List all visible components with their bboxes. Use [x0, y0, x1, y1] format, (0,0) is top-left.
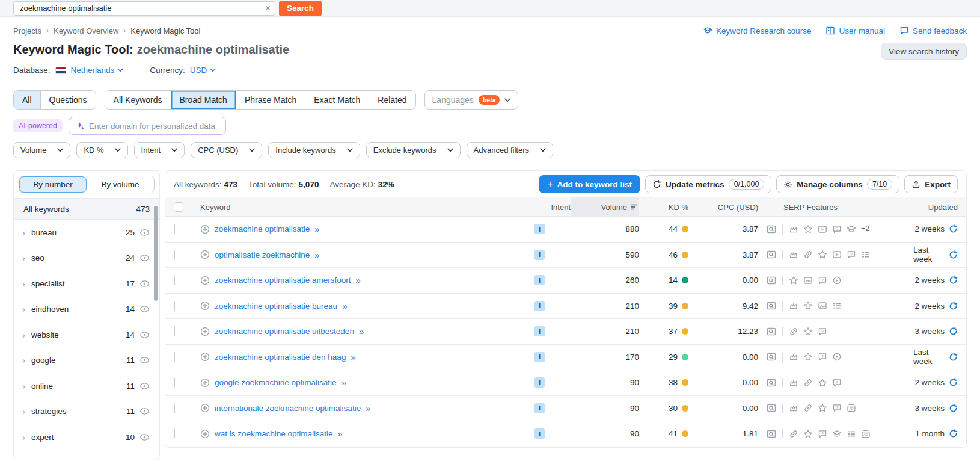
serp-preview-icon[interactable] — [767, 403, 776, 413]
col-header-serp[interactable]: SERP Features — [758, 203, 913, 212]
refresh-metrics-icon[interactable] — [949, 224, 958, 234]
row-checkbox[interactable] — [174, 403, 175, 413]
eye-icon[interactable] — [139, 432, 150, 442]
breadcrumb-item[interactable]: Keyword Overview — [54, 26, 118, 36]
col-header-volume[interactable]: Volume — [571, 197, 639, 217]
breadcrumb-item[interactable]: Projects — [13, 26, 41, 36]
eye-icon[interactable] — [139, 406, 150, 416]
add-to-keyword-list-button[interactable]: + Add to keyword list — [539, 175, 640, 193]
sidebar-group-online[interactable]: ›online11 — [14, 373, 159, 399]
intent-badge[interactable]: I — [534, 301, 545, 311]
add-keyword-icon[interactable] — [200, 224, 210, 234]
keyword-link[interactable]: zoekmachine optimalisatie amersfoort — [215, 276, 351, 285]
row-checkbox[interactable] — [174, 301, 175, 311]
add-keyword-icon[interactable] — [200, 403, 210, 413]
sidebar-scrollbar[interactable] — [154, 206, 158, 301]
col-header-keyword[interactable]: Keyword — [200, 203, 534, 212]
search-button[interactable]: Search — [279, 1, 322, 16]
intent-badge[interactable]: I — [534, 428, 545, 439]
row-checkbox[interactable] — [174, 250, 175, 260]
tab-related[interactable]: Related — [369, 91, 415, 109]
expand-keyword-icon[interactable]: » — [342, 301, 346, 311]
keyword-link[interactable]: zoekmachine optimalisatie — [215, 224, 310, 234]
intent-badge[interactable]: I — [534, 352, 545, 362]
eye-icon[interactable] — [139, 304, 150, 314]
refresh-metrics-icon[interactable] — [949, 276, 958, 285]
refresh-metrics-icon[interactable] — [949, 378, 958, 387]
header-link[interactable]: Keyword Research course — [703, 26, 811, 36]
close-icon[interactable]: × — [265, 2, 271, 15]
filter-volume[interactable]: Volume — [13, 142, 70, 158]
domain-input[interactable] — [89, 122, 218, 131]
keyword-link[interactable]: google zoekmachine optimalisatie — [215, 378, 337, 387]
toggle-by-volume[interactable]: By volume — [87, 176, 154, 193]
add-keyword-icon[interactable] — [200, 352, 210, 362]
eye-icon[interactable] — [139, 355, 150, 365]
breadcrumb-item[interactable]: Keyword Magic Tool — [130, 26, 200, 36]
add-keyword-icon[interactable] — [200, 301, 210, 311]
sidebar-group-bureau[interactable]: ›bureau25 — [14, 220, 159, 246]
add-keyword-icon[interactable] — [200, 276, 210, 285]
toggle-by-number[interactable]: By number — [19, 176, 87, 193]
row-checkbox[interactable] — [174, 377, 175, 388]
filter-exclude-keywords[interactable]: Exclude keywords — [366, 142, 461, 158]
intent-badge[interactable]: I — [534, 250, 545, 260]
tab-broad-match[interactable]: Broad Match — [171, 91, 236, 109]
sidebar-group-expert[interactable]: ›expert10 — [14, 424, 159, 450]
select-all-checkbox[interactable] — [174, 202, 183, 212]
eye-icon[interactable] — [139, 330, 150, 340]
col-header-intent[interactable]: Intent — [534, 203, 571, 212]
row-checkbox[interactable] — [174, 326, 175, 336]
serp-preview-icon[interactable] — [767, 429, 776, 439]
add-keyword-icon[interactable] — [200, 429, 210, 439]
refresh-metrics-icon[interactable] — [949, 404, 958, 413]
intent-badge[interactable]: I — [534, 326, 545, 336]
tab-phrase-match[interactable]: Phrase Match — [236, 91, 305, 109]
col-header-updated[interactable]: Updated — [913, 203, 958, 212]
eye-icon[interactable] — [139, 253, 150, 263]
sidebar-group-specialist[interactable]: ›specialist17 — [14, 271, 159, 297]
all-keywords-row[interactable]: All keywords 473 — [14, 198, 159, 220]
serp-preview-icon[interactable] — [767, 224, 776, 234]
row-checkbox[interactable] — [174, 352, 175, 362]
expand-keyword-icon[interactable]: » — [351, 352, 354, 362]
sidebar-group-eindhoven[interactable]: ›eindhoven14 — [14, 297, 159, 323]
row-checkbox[interactable] — [174, 224, 175, 234]
refresh-metrics-icon[interactable] — [949, 302, 958, 311]
database-select[interactable]: Netherlands — [71, 66, 124, 75]
col-header-cpc[interactable]: CPC (USD) — [688, 203, 758, 212]
add-keyword-icon[interactable] — [200, 250, 210, 259]
tab-all[interactable]: All — [14, 91, 41, 109]
keyword-link[interactable]: wat is zoekmachine optimalisatie — [215, 429, 333, 438]
serp-preview-icon[interactable] — [767, 378, 776, 388]
add-keyword-icon[interactable] — [200, 378, 210, 388]
row-checkbox[interactable] — [174, 428, 175, 439]
keyword-link[interactable]: optimalisatie zoekmachine — [215, 250, 310, 259]
serp-preview-icon[interactable] — [767, 352, 776, 362]
intent-badge[interactable]: I — [534, 403, 545, 413]
serp-preview-icon[interactable] — [767, 327, 776, 336]
keyword-link[interactable]: zoekmachine optimalisatie bureau — [215, 302, 337, 311]
filter-advanced-filters[interactable]: Advanced filters — [467, 142, 554, 158]
refresh-metrics-icon[interactable] — [949, 327, 958, 336]
expand-keyword-icon[interactable]: » — [341, 377, 345, 388]
tab-questions[interactable]: Questions — [41, 91, 96, 109]
filter-intent[interactable]: Intent — [134, 142, 185, 158]
serp-preview-icon[interactable] — [767, 250, 776, 259]
col-header-kd[interactable]: KD % — [639, 203, 688, 212]
refresh-metrics-icon[interactable] — [949, 250, 958, 259]
expand-keyword-icon[interactable]: » — [338, 428, 341, 439]
serp-preview-icon[interactable] — [767, 276, 776, 285]
sidebar-group-seo[interactable]: ›seo24 — [14, 246, 159, 271]
manage-columns-button[interactable]: Manage columns 7/10 — [776, 175, 899, 193]
tab-exact-match[interactable]: Exact Match — [305, 91, 369, 109]
intent-badge[interactable]: I — [534, 224, 545, 234]
expand-keyword-icon[interactable]: » — [356, 275, 360, 285]
refresh-metrics-icon[interactable] — [949, 353, 958, 362]
eye-icon[interactable] — [139, 227, 150, 238]
sidebar-group-website[interactable]: ›website14 — [14, 322, 159, 348]
sidebar-group-strategies[interactable]: ›strategies11 — [14, 399, 159, 425]
expand-keyword-icon[interactable]: » — [314, 250, 318, 260]
intent-badge[interactable]: I — [534, 377, 545, 388]
intent-badge[interactable]: I — [534, 275, 545, 285]
